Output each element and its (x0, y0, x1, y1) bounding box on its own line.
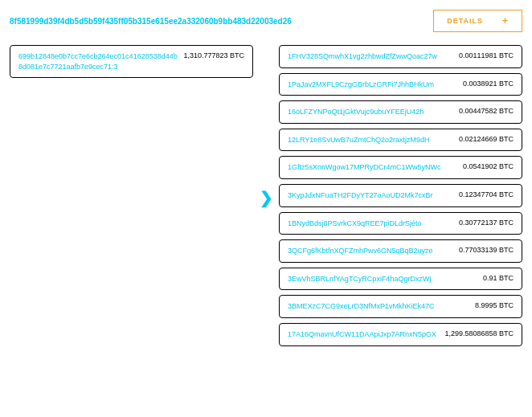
output-amount: 0.00447582 BTC (459, 107, 514, 115)
output-amount: 0.0038921 BTC (463, 80, 514, 88)
output-address[interactable]: 17A16QmavnUfCW11DAApiJxp7ARnxN5pGX (288, 329, 440, 340)
output-address[interactable]: 3KypJdxNFuaTH2FDyYT27oAoUD2Mk7cxBr (288, 190, 454, 201)
output-address[interactable]: 1FHV328SQmwhX1vg2zhbwdZfZwwQoac27w (288, 51, 454, 62)
details-label: DETAILS (447, 17, 483, 25)
output-address[interactable]: 1Gftz5sXnnWgow17MPRyDCr4mC1Ww5yNWc (288, 162, 458, 173)
output-amount: 1,299.58086858 BTC (444, 329, 514, 337)
output-row: 16oLFZYNPoQt1jGktVujc9ubuYFEEjU42h 0.004… (279, 100, 522, 124)
output-address[interactable]: 1BNydBdsj8PSvrkCX9qREE7piDLdrSjéto (288, 219, 454, 229)
output-row: 12LRY1e8SvUwB7uZmtChQ2o2raxtjzM9dH 0.021… (279, 129, 522, 152)
input-address[interactable]: 699b12848e0b7cc7e6cb264ec01c41628538d44b… (18, 51, 178, 72)
output-amount: 0.02124669 BTC (459, 135, 514, 143)
details-button[interactable]: DETAILS + (433, 10, 522, 32)
output-amount: 0.00111981 BTC (459, 51, 514, 59)
output-amount: 0.77033139 BTC (459, 246, 514, 254)
output-row: 1Gftz5sXnnWgow17MPRyDCr4mC1Ww5yNWc 0.054… (279, 156, 522, 179)
output-address[interactable]: 1PaJav2MXFL9CzgGBrbLzGRFi7JhhBHkUm (288, 80, 458, 90)
output-address[interactable]: 3QCFg6fKbtfnXQFZmhPwv6GN5qBqB2uyze (288, 246, 454, 256)
output-row: 3EwVhSBRLnfYAgTCyRCpxiF4haQgrDxzWj 0.91 … (279, 268, 522, 291)
output-row: 3BMEXzC7CG9xeLrD3NfMxP1vMkhKiEk47C 8.999… (279, 295, 522, 318)
output-row: 17A16QmavnUfCW11DAApiJxp7ARnxN5pGX 1,299… (279, 323, 522, 346)
output-amount: 0.12347704 BTC (459, 190, 514, 198)
output-row: 3KypJdxNFuaTH2FDyYT27oAoUD2Mk7cxBr 0.123… (279, 184, 522, 207)
input-amount: 1,310.777823 BTC (183, 51, 244, 59)
output-address[interactable]: 12LRY1e8SvUwB7uZmtChQ2o2raxtjzM9dH (288, 135, 454, 145)
output-amount: 0.91 BTC (483, 274, 514, 282)
arrow-icon: ❯ (260, 188, 273, 207)
output-amount: 0.0541902 BTC (463, 162, 514, 170)
outputs-column: 1FHV328SQmwhX1vg2zhbwdZfZwwQoac27w 0.001… (279, 45, 522, 351)
output-row: 1BNydBdsj8PSvrkCX9qREE7piDLdrSjéto 0.307… (279, 212, 522, 235)
output-address[interactable]: 3BMEXzC7CG9xeLrD3NfMxP1vMkhKiEk47C (288, 301, 470, 312)
output-amount: 0.30772137 BTC (459, 219, 514, 227)
inputs-column: 699b12848e0b7cc7e6cb264ec01c41628538d44b… (10, 45, 253, 351)
output-row: 1PaJav2MXFL9CzgGBrbLzGRFi7JhhBHkUm 0.003… (279, 73, 522, 96)
output-amount: 8.9995 BTC (475, 301, 514, 309)
output-address[interactable]: 3EwVhSBRLnfYAgTCyRCpxiF4haQgrDxzWj (288, 274, 478, 284)
output-row: 1FHV328SQmwhX1vg2zhbwdZfZwwQoac27w 0.001… (279, 45, 522, 68)
transaction-hash[interactable]: 8f581999d39f4db5d5b59f435ff05b315e615ee2… (10, 17, 292, 26)
output-address[interactable]: 16oLFZYNPoQt1jGktVujc9ubuYFEEjU42h (288, 107, 454, 117)
plus-icon: + (502, 15, 509, 27)
input-row: 699b12848e0b7cc7e6cb264ec01c41628538d44b… (10, 45, 253, 78)
output-row: 3QCFg6fKbtfnXQFZmhPwv6GN5qBqB2uyze 0.770… (279, 239, 522, 263)
